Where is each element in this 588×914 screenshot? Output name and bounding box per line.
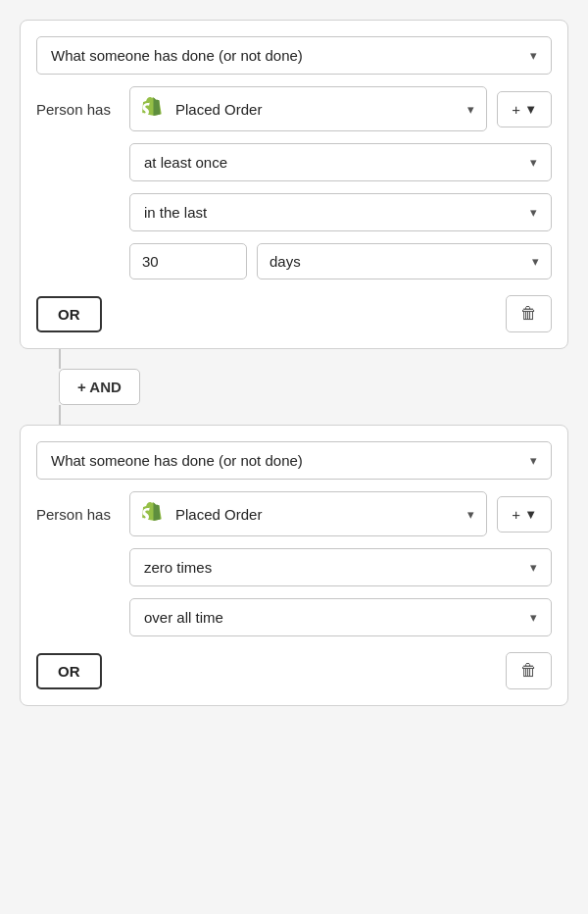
- condition-block-2: What someone has done (or not done) ▾ Pe…: [20, 425, 568, 706]
- person-has-label-2: Person has: [36, 506, 120, 523]
- event-dropdown-2[interactable]: Placed Order ▾: [129, 491, 487, 536]
- frequency-dropdown-2[interactable]: zero times ▾: [129, 548, 552, 586]
- shopify-icon-2: [142, 501, 168, 527]
- filter-funnel-icon: ▼: [524, 102, 537, 117]
- event-type-label-2: What someone has done (or not done): [51, 452, 303, 469]
- chevron-down-icon: ▾: [530, 48, 537, 63]
- shopify-icon-1: [142, 96, 168, 122]
- event-label-1: Placed Order: [175, 101, 262, 118]
- person-has-label-1: Person has: [36, 101, 120, 118]
- chevron-down-icon-event-2: ▾: [467, 507, 474, 522]
- time-value-row-1: days ▾: [129, 243, 552, 279]
- condition-row-2: Person has Placed Order ▾ + ▼: [36, 491, 552, 536]
- chevron-down-icon-unit-1: ▾: [532, 254, 539, 269]
- time-range-label-1: in the last: [144, 204, 207, 221]
- chevron-down-icon-2: ▾: [530, 453, 537, 468]
- time-range-dropdown-1[interactable]: in the last ▾: [129, 193, 552, 231]
- time-unit-dropdown-1[interactable]: days ▾: [257, 243, 552, 279]
- time-range-label-2: over all time: [144, 609, 223, 626]
- trash-icon-2: 🗑: [520, 661, 537, 681]
- filter-plus-icon-2: +: [512, 506, 520, 523]
- add-filter-button-1[interactable]: + ▼: [497, 91, 552, 127]
- or-button-1[interactable]: OR: [36, 296, 102, 332]
- condition-block-1: What someone has done (or not done) ▾ Pe…: [20, 20, 568, 349]
- trash-icon-1: 🗑: [520, 304, 537, 324]
- time-unit-label-1: days: [270, 253, 301, 270]
- filter-funnel-icon-2: ▼: [524, 507, 537, 522]
- frequency-dropdown-1[interactable]: at least once ▾: [129, 143, 552, 181]
- action-row-2: OR 🗑: [36, 652, 552, 689]
- or-button-2[interactable]: OR: [36, 653, 102, 689]
- connector-line-top: [59, 349, 61, 369]
- condition-row-1: Person has Placed Order ▾ + ▼: [36, 86, 552, 131]
- event-dropdown-1[interactable]: Placed Order ▾: [129, 86, 487, 131]
- and-connector: + AND: [20, 349, 140, 425]
- event-type-dropdown-1[interactable]: What someone has done (or not done) ▾: [36, 36, 552, 75]
- action-row-1: OR 🗑: [36, 295, 552, 332]
- chevron-down-icon-time-1: ▾: [530, 205, 537, 220]
- chevron-down-icon-event-1: ▾: [467, 102, 474, 117]
- page-container: What someone has done (or not done) ▾ Pe…: [20, 20, 568, 706]
- delete-button-1[interactable]: 🗑: [506, 295, 552, 332]
- time-value-input-1[interactable]: [129, 243, 247, 279]
- chevron-down-icon-freq-2: ▾: [530, 560, 537, 575]
- event-label-2: Placed Order: [175, 506, 262, 523]
- and-button[interactable]: + AND: [59, 369, 140, 405]
- frequency-label-2: zero times: [144, 559, 212, 576]
- frequency-label-1: at least once: [144, 154, 227, 171]
- connector-line-bottom: [59, 405, 61, 425]
- delete-button-2[interactable]: 🗑: [506, 652, 552, 689]
- chevron-down-icon-freq-1: ▾: [530, 155, 537, 170]
- event-type-label-1: What someone has done (or not done): [51, 47, 303, 64]
- event-type-dropdown-2[interactable]: What someone has done (or not done) ▾: [36, 441, 552, 480]
- chevron-down-icon-time-2: ▾: [530, 610, 537, 625]
- filter-plus-icon: +: [512, 101, 520, 118]
- time-range-dropdown-2[interactable]: over all time ▾: [129, 598, 552, 636]
- add-filter-button-2[interactable]: + ▼: [497, 496, 552, 533]
